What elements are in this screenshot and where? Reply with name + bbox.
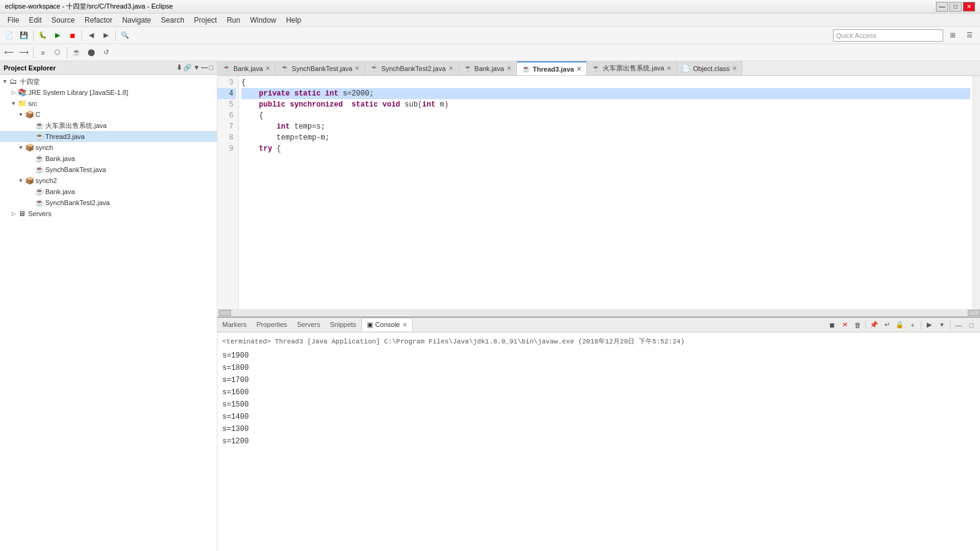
quick-access-input[interactable]: Quick Access [833,29,943,42]
hierarchy-button[interactable]: ⬡ [51,46,64,59]
open-console-btn[interactable]: ▶ [923,319,935,331]
editor-h-scrollbar[interactable] [217,309,980,317]
search-button[interactable]: 🔍 [118,29,132,42]
outline-button[interactable]: ≡ [36,46,50,59]
maximize-console-btn[interactable]: □ [965,319,978,331]
java-btn-3[interactable]: ↺ [99,46,113,59]
tab-markers-label: Markers [222,321,247,328]
menu-source[interactable]: Source [47,15,80,26]
menu-help[interactable]: Help [281,15,306,26]
menu-window[interactable]: Window [245,15,281,26]
stop-button[interactable]: ⏹ [66,29,79,42]
tab-label: Object.class [693,65,729,72]
tree-label: 火车票出售系统.java [45,121,107,130]
tab-console-close[interactable]: ✕ [402,321,407,328]
tree-item-file-synchtest1[interactable]: ☕ SynchBankTest.java [0,164,217,175]
tab-properties-label: Properties [257,321,287,328]
maximize-sidebar-icon[interactable]: □ [209,64,213,72]
minimize-sidebar-icon[interactable]: — [201,64,208,72]
tree-item-package-synch2[interactable]: ▼ 📦 synch2 [0,175,217,186]
java-btn-2[interactable]: ⬤ [85,46,98,59]
code-content[interactable]: { private static int s=2000; public sync… [239,76,973,309]
tab-close[interactable]: ✕ [732,65,737,72]
tab-console[interactable]: ▣ Console ✕ [361,318,413,331]
tab-snippets[interactable]: Snippets [325,318,361,331]
clear-console-btn[interactable]: ✕ [839,319,851,331]
toolbar-sep-3 [115,30,116,41]
java-btn-1[interactable]: ☕ [70,46,83,59]
tab-properties[interactable]: Properties [252,318,292,331]
save-button[interactable]: 💾 [17,29,31,42]
new-button[interactable]: 📄 [2,29,16,42]
menu-file[interactable]: File [2,15,24,26]
console-toolbar-sep3 [950,320,951,330]
console-output[interactable]: <terminated> Thread3 [Java Application] … [217,332,980,551]
editor-scrollbar[interactable] [973,76,980,309]
next-edit-button[interactable]: ⟶ [17,46,31,59]
prev-edit-button[interactable]: ⟵ [2,46,16,59]
output-text: s=1500 [222,400,249,409]
debug-button[interactable]: 🐛 [36,29,50,42]
scroll-left-btn[interactable] [219,310,231,316]
remove-terminated-btn[interactable]: 🗑 [851,319,864,331]
new-console-btn[interactable]: + [907,319,919,331]
forward-button[interactable]: ▶ [99,29,113,42]
tab-close[interactable]: ✕ [507,65,511,72]
run-button[interactable]: ▶ [51,29,64,42]
stop-console-btn[interactable]: ⏹ [826,319,838,331]
line-num-9: 9 [217,143,236,154]
tree-item-file-bank1[interactable]: ☕ Bank.java [0,153,217,164]
tab-ticketsys[interactable]: ☕ 火车票出售系统.java ✕ [587,61,677,76]
tab-object-class[interactable]: 📄 Object.class ✕ [677,61,742,76]
tree-item-package-synch[interactable]: ▼ 📦 synch [0,142,217,153]
tree-item-file-thread3[interactable]: ☕ Thread3.java [0,131,217,142]
link-editor-icon[interactable]: 🔗 [183,64,192,72]
menu-project[interactable]: Project [189,15,222,26]
close-button[interactable]: ✕ [963,2,975,12]
minimize-button[interactable]: — [936,2,948,12]
pin-console-btn[interactable]: 📌 [868,319,880,331]
tree-item-file-ticketsys[interactable]: ☕ 火车票出售系统.java [0,120,217,131]
menu-run[interactable]: Run [222,15,245,26]
back-button[interactable]: ◀ [85,29,98,42]
tab-close[interactable]: ✕ [265,65,270,72]
code-line-8: temp=temp-m; [241,132,970,143]
scroll-track[interactable] [231,310,968,315]
tab-close[interactable]: ✕ [576,66,581,72]
tree-item-file-synchtest2[interactable]: ☕ SynchBankTest2.java [0,197,217,208]
menu-search[interactable]: Search [156,15,189,26]
tab-label: SynchBankTest.java [292,65,352,72]
perspectives-button[interactable]: ⊞ [944,29,960,42]
view-menu-icon[interactable]: ▼ [193,64,200,72]
tab-close[interactable]: ✕ [355,65,360,72]
tab-thread3-active[interactable]: ☕ Thread3.java ✕ [517,61,587,76]
tab-synchtest1[interactable]: ☕ SynchBankTest.java ✕ [276,61,365,76]
tab-servers[interactable]: Servers [292,318,325,331]
maximize-button[interactable]: □ [949,2,962,12]
tab-bank1[interactable]: ☕ Bank.java ✕ [217,61,276,76]
tree-item-package-c[interactable]: ▼ 📦 C [0,109,217,120]
tree-item-src[interactable]: ▼ 📁 src [0,98,217,109]
console-output-line-1: s=1900 [222,350,975,362]
tree-item-servers[interactable]: ▷ 🖥 Servers [0,208,217,219]
scroll-lock-btn[interactable]: 🔒 [894,319,906,331]
tab-close[interactable]: ✕ [666,65,671,72]
console-opts-btn[interactable]: ▾ [936,319,948,331]
menu-refactor[interactable]: Refactor [80,15,117,26]
tab-bank2[interactable]: ☕ Bank.java ✕ [459,61,517,76]
view-button[interactable]: ☰ [962,29,978,42]
scroll-right-btn[interactable] [968,310,980,316]
collapse-all-icon[interactable]: ⬇ [176,64,182,72]
tab-synchtest2[interactable]: ☕ SynchBankTest2.java ✕ [365,61,458,76]
window-controls[interactable]: — □ ✕ [936,2,975,12]
minimize-console-btn[interactable]: — [952,319,965,331]
tree-item-jre[interactable]: ▷ 📚 JRE System Library [JavaSE-1.8] [0,87,217,98]
menu-edit[interactable]: Edit [24,15,47,26]
tab-close[interactable]: ✕ [448,65,453,72]
tree-item-project[interactable]: ▼ 🗂 十四堂 [0,76,217,87]
word-wrap-btn[interactable]: ↵ [881,319,893,331]
tree-item-file-bank2[interactable]: ☕ Bank.java [0,186,217,197]
tab-markers[interactable]: Markers [217,318,252,331]
menu-navigate[interactable]: Navigate [117,15,156,26]
code-editor[interactable]: 3 4 5 6 7 8 9 { private static int s=200… [217,76,980,309]
